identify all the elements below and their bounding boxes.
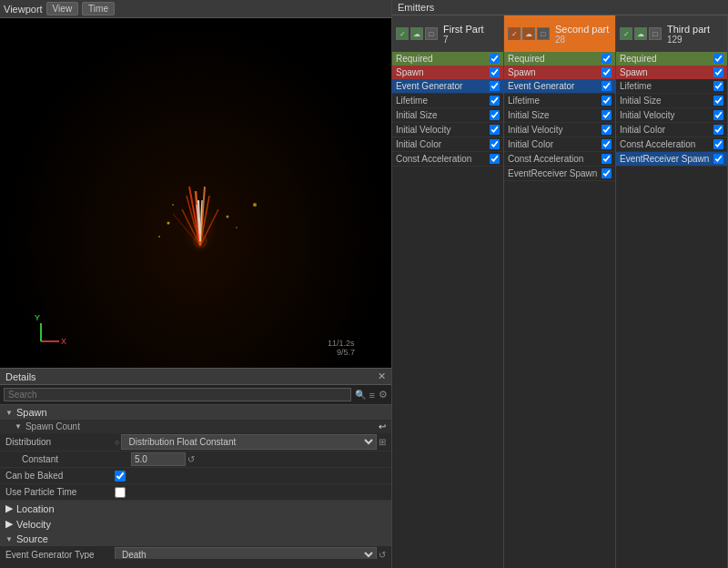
can-be-baked-row: Can be Baked: [0, 468, 391, 484]
view-button[interactable]: View: [46, 2, 79, 15]
second-spawn-checkbox[interactable]: [602, 67, 612, 77]
third-icon-2: ☁: [634, 27, 647, 40]
third-const-acceleration[interactable]: Const Acceleration: [616, 137, 727, 152]
first-part-header: ✓ ☁ □ First Part 7: [392, 15, 503, 52]
source-section-header[interactable]: Source: [0, 532, 391, 546]
second-lifetime-checkbox[interactable]: [602, 96, 612, 106]
second-initial-velocity-checkbox[interactable]: [602, 125, 612, 135]
second-initial-color[interactable]: Initial Color: [504, 137, 615, 152]
use-particle-time-row: Use Particle Time: [0, 484, 391, 501]
third-initial-size[interactable]: Initial Size: [616, 94, 727, 108]
particle-display: X Y 11/1.2s 9/5.7: [27, 46, 373, 355]
viewport-title: Viewport: [4, 4, 43, 15]
filter-icon[interactable]: ≡: [369, 390, 375, 401]
search-input[interactable]: [4, 388, 351, 401]
third-initial-velocity-checkbox[interactable]: [713, 110, 723, 120]
second-part-column: ✓ ☁ □ Second part 28 Required: [504, 15, 616, 568]
first-lifetime[interactable]: Lifetime: [392, 94, 503, 108]
svg-text:Y: Y: [35, 313, 40, 322]
event-generator-type-dropdown[interactable]: Death: [115, 547, 377, 559]
first-event-gen-checkbox[interactable]: [490, 81, 500, 91]
second-icon-3: □: [537, 27, 550, 40]
first-initial-color[interactable]: Initial Color: [392, 137, 503, 152]
second-initial-color-checkbox[interactable]: [602, 139, 612, 149]
second-part-header: ✓ ☁ □ Second part 28: [504, 15, 615, 52]
second-const-acceleration[interactable]: Const Acceleration: [504, 152, 615, 167]
can-be-baked-checkbox[interactable]: [115, 471, 126, 482]
details-content: Spawn Spawn Count ↩ Distribution ○ Distr…: [0, 405, 391, 559]
svg-point-18: [193, 234, 207, 248]
first-const-acceleration[interactable]: Const Acceleration: [392, 152, 503, 167]
first-required[interactable]: Required: [392, 52, 503, 66]
first-initial-color-checkbox[interactable]: [490, 139, 500, 149]
first-icon-3: □: [425, 27, 438, 40]
svg-point-11: [167, 222, 170, 225]
first-part-column: ✓ ☁ □ First Part 7 Required: [392, 15, 504, 568]
first-event-generator[interactable]: Event Generator: [392, 79, 503, 94]
second-eventreceiver-spawn[interactable]: EventReceiver Spawn: [504, 167, 615, 181]
velocity-section-header[interactable]: Velocity: [0, 516, 391, 532]
third-const-accel-checkbox[interactable]: [713, 139, 723, 149]
viewport-canvas: X Y 11/1.2s 9/5.7: [0, 18, 391, 368]
third-eventreceiver-spawn[interactable]: EventReceiver Spawn: [616, 152, 727, 167]
use-particle-time-checkbox[interactable]: [115, 487, 126, 498]
first-spawn-checkbox[interactable]: [490, 67, 500, 77]
first-initial-size[interactable]: Initial Size: [392, 108, 503, 123]
third-spawn[interactable]: Spawn: [616, 66, 727, 79]
constant-row: Constant ↺: [0, 451, 391, 468]
third-initial-color-checkbox[interactable]: [713, 125, 723, 135]
constant-reset[interactable]: ↺: [187, 454, 195, 464]
second-initial-velocity[interactable]: Initial Velocity: [504, 123, 615, 137]
settings-icon[interactable]: ⚙: [379, 389, 388, 401]
third-lifetime-checkbox[interactable]: [713, 81, 723, 91]
third-icon-3: □: [649, 27, 662, 40]
third-lifetime[interactable]: Lifetime: [616, 79, 727, 94]
second-icon-2: ☁: [522, 27, 535, 40]
third-required[interactable]: Required: [616, 52, 727, 66]
second-spawn[interactable]: Spawn: [504, 66, 615, 79]
third-eventreceiver-checkbox[interactable]: [713, 154, 723, 164]
details-close-icon[interactable]: ✕: [378, 370, 386, 382]
emitters-header: Emitters: [392, 0, 728, 15]
distribution-dropdown[interactable]: Distribution Float Constant: [121, 434, 377, 450]
first-const-accel-checkbox[interactable]: [490, 154, 500, 164]
svg-text:9/5.7: 9/5.7: [337, 348, 355, 355]
third-part-header: ✓ ☁ □ Third part 129: [616, 15, 727, 52]
third-part-column: ✓ ☁ □ Third part 129 Required: [616, 15, 728, 568]
third-initial-velocity[interactable]: Initial Velocity: [616, 108, 727, 123]
third-initial-size-checkbox[interactable]: [713, 96, 723, 106]
first-spawn[interactable]: Spawn: [392, 66, 503, 79]
search-icon: 🔍: [355, 390, 366, 400]
third-icon-1: ✓: [620, 27, 632, 40]
first-lifetime-checkbox[interactable]: [490, 96, 500, 106]
first-icon-2: ☁: [410, 27, 423, 40]
third-required-checkbox[interactable]: [713, 54, 723, 64]
event-generator-type-row: Event Generator Type Death ↺: [0, 546, 391, 559]
first-initial-velocity-checkbox[interactable]: [490, 125, 500, 135]
spawn-section-header[interactable]: Spawn: [0, 405, 391, 420]
spawn-count-row[interactable]: Spawn Count ↩: [0, 420, 391, 433]
third-spawn-checkbox[interactable]: [713, 67, 723, 77]
second-required-checkbox[interactable]: [602, 54, 612, 64]
constant-input[interactable]: [131, 452, 186, 466]
second-required[interactable]: Required: [504, 52, 615, 66]
svg-point-12: [172, 204, 174, 206]
first-required-checkbox[interactable]: [490, 54, 500, 64]
event-gen-type-reset[interactable]: ↺: [379, 550, 386, 559]
second-lifetime[interactable]: Lifetime: [504, 94, 615, 108]
second-initial-size-checkbox[interactable]: [602, 110, 612, 120]
second-eventreceiver-checkbox[interactable]: [602, 168, 612, 178]
second-event-generator[interactable]: Event Generator: [504, 79, 615, 94]
time-button[interactable]: Time: [82, 2, 115, 15]
second-initial-size[interactable]: Initial Size: [504, 108, 615, 123]
location-section-header[interactable]: Location: [0, 501, 391, 516]
first-initial-size-checkbox[interactable]: [490, 110, 500, 120]
second-const-accel-checkbox[interactable]: [602, 154, 612, 164]
third-initial-color[interactable]: Initial Color: [616, 123, 727, 137]
second-event-gen-checkbox[interactable]: [602, 81, 612, 91]
second-icon-1: ✓: [508, 27, 521, 40]
svg-point-15: [158, 236, 160, 238]
distribution-expand[interactable]: ⊞: [379, 437, 386, 447]
first-initial-velocity[interactable]: Initial Velocity: [392, 123, 503, 137]
svg-point-14: [236, 227, 238, 228]
